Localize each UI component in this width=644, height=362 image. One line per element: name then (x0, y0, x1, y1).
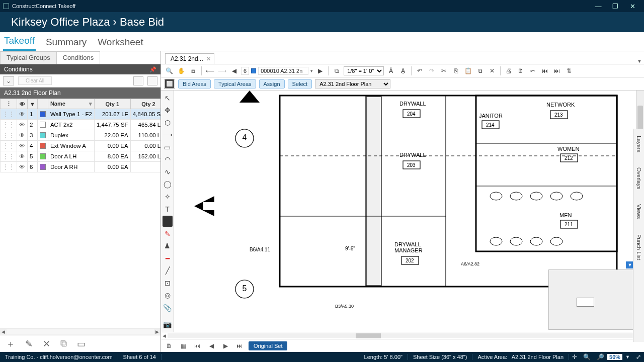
overview-minimap[interactable] (548, 269, 634, 330)
col-qty1[interactable]: Qty 1 (94, 99, 130, 109)
window-close-button[interactable]: ✕ (624, 0, 641, 12)
move-tool-icon[interactable]: ✥ (163, 105, 173, 116)
text-tool-icon[interactable]: T (163, 204, 173, 215)
table-row[interactable]: ⋮⋮👁5Door A LH8.00 EA152.00 LF (1, 151, 161, 162)
link-condition-button[interactable]: ▭ (77, 338, 86, 349)
copy-condition-button[interactable]: ⧉ (60, 338, 67, 349)
dimension-tool-icon[interactable]: ⟶ (163, 130, 173, 141)
vtab-overlays[interactable]: Overlays (636, 164, 642, 192)
nav-back-icon[interactable]: ⟵ (205, 66, 215, 76)
zoom-icon[interactable]: 🔍 (164, 66, 174, 76)
col-qty2[interactable]: Qty 2 (130, 99, 160, 109)
tab-conditions[interactable]: Conditions (56, 51, 100, 64)
window-minimize-button[interactable]: — (590, 0, 607, 12)
find-icon[interactable]: 🔲 (164, 79, 175, 89)
line-red-tool-icon[interactable]: ━ (163, 253, 173, 264)
skip-next-icon[interactable]: ⏭ (552, 66, 562, 76)
expand-toggle-icon[interactable]: ⌄ (3, 76, 14, 85)
flip-icon[interactable]: ⇅ (564, 66, 574, 76)
typical-areas-button[interactable]: Typical Areas (214, 79, 256, 88)
paste-icon[interactable]: 📋 (463, 66, 473, 76)
sheet-tab[interactable]: A2.31 2nd... ✕ (165, 53, 214, 64)
window-restore-button[interactable]: ❐ (607, 0, 624, 12)
sheet-tab-dropdown-icon[interactable]: ▼ (637, 58, 642, 64)
tab-worksheet[interactable]: Worksheet (97, 35, 144, 51)
page-number[interactable]: 6 (241, 67, 249, 75)
attach-tool-icon[interactable]: 📎 (163, 302, 173, 313)
redo-icon[interactable]: ↷ (427, 66, 437, 76)
copy-icon[interactable]: ⎘ (451, 66, 461, 76)
status-zoom-dropdown-icon[interactable]: ▼ (622, 354, 633, 359)
delete-condition-button[interactable]: ✕ (43, 338, 50, 349)
scale-select[interactable]: 1/8" = 1' 0" (344, 66, 384, 75)
ellipse-tool-icon[interactable]: ◯ (163, 179, 173, 190)
highlighter-tool-icon[interactable]: ✎ (163, 228, 173, 239)
vtab-punchlist[interactable]: Punch List (636, 231, 642, 263)
polyline-tool-icon[interactable]: ⬡ (163, 117, 173, 128)
stamp-tool-icon[interactable]: ♟ (163, 240, 173, 251)
curve-tool-icon[interactable]: ∿ (163, 166, 173, 177)
last-page-icon[interactable]: ⏭ (234, 341, 245, 351)
pin-icon[interactable]: 📌 (149, 66, 156, 73)
table-row[interactable]: ⋮⋮👁2ACT 2x21,447.75 SF465.84 LF (1, 120, 161, 130)
print-icon[interactable]: 🖨 (504, 66, 514, 76)
prev-page-icon[interactable]: ◀ (206, 341, 216, 351)
status-zoom-value[interactable]: 50% (607, 354, 622, 360)
page-next-icon[interactable]: ▶ (315, 66, 325, 76)
edit-condition-button[interactable]: ✎ (25, 338, 33, 349)
set-badge[interactable]: Original Set (249, 341, 287, 350)
tool-button-a[interactable] (133, 76, 143, 85)
tool-button-b[interactable] (147, 76, 157, 85)
assign-button[interactable]: Assign (259, 79, 285, 88)
status-zoom-in-icon[interactable]: 🔎 (594, 353, 607, 360)
tab-summary[interactable]: Summary (45, 35, 88, 51)
col-visibility[interactable]: 👁 (17, 99, 28, 109)
wand-tool-icon[interactable]: ✧ (163, 191, 173, 202)
arc-tool-icon[interactable]: ◠ (163, 154, 173, 165)
page-prev-icon[interactable]: ◀ (229, 66, 239, 76)
close-icon[interactable]: ✕ (206, 56, 211, 62)
cut-icon[interactable]: ✂ (439, 66, 449, 76)
fill-swatch-icon[interactable] (163, 216, 173, 227)
delete-icon[interactable]: ✕ (487, 66, 497, 76)
select-button[interactable]: Select (288, 79, 312, 88)
table-row[interactable]: ⋮⋮👁4Ext Window A0.00 EA0.00 LF (1, 141, 161, 151)
compare-icon[interactable]: ⧉ (332, 66, 342, 76)
conditions-hscroll[interactable]: ◀▶ (0, 328, 160, 335)
col-filter[interactable]: ▼ (28, 99, 38, 109)
rect-tool-icon[interactable]: ▭ (163, 142, 173, 153)
status-zoom-out-icon[interactable]: 🔍 (580, 353, 594, 360)
clear-all-button[interactable]: Clear All (18, 76, 52, 85)
first-page-icon[interactable]: ⏮ (192, 341, 202, 351)
page-label[interactable]: 000010 A2.31 2n (258, 67, 308, 75)
next-page-icon[interactable]: ▶ (220, 341, 230, 351)
duplicate-icon[interactable]: ⧉ (475, 66, 485, 76)
rotate-ccw-icon[interactable]: ⤺ (528, 66, 538, 76)
line-tool-icon[interactable]: ╱ (163, 265, 173, 276)
table-row[interactable]: ⋮⋮👁6Door A RH0.00 EA (1, 162, 161, 172)
pointer-tool-icon[interactable]: ↖ (163, 93, 173, 104)
target-tool-icon[interactable]: ◎ (163, 290, 173, 301)
plan-select[interactable]: A2.31 2nd Floor Plan (315, 79, 390, 88)
add-condition-button[interactable]: ＋ (6, 338, 15, 350)
sheet-icon[interactable]: 🗎 (164, 341, 174, 351)
measure-a-icon[interactable]: Ȧ (386, 66, 396, 76)
nav-fwd-icon[interactable]: ⟶ (217, 66, 227, 76)
export-icon[interactable]: 🗎 (516, 66, 526, 76)
bid-areas-button[interactable]: Bid Areas (178, 79, 211, 88)
skip-prev-icon[interactable]: ⏮ (540, 66, 550, 76)
undo-icon[interactable]: ↶ (415, 66, 425, 76)
table-row[interactable]: ⋮⋮👁3Duplex22.00 EA110.00 LF (1, 130, 161, 141)
snapshot-tool-icon[interactable]: 📷 (163, 319, 173, 330)
tab-takeoff[interactable]: Takeoff (3, 33, 36, 51)
vtab-layers[interactable]: Layers (636, 133, 642, 155)
sheets-grid-icon[interactable]: ▦ (178, 341, 188, 351)
pan-icon[interactable]: ✋ (176, 66, 186, 76)
plan-canvas[interactable]: 4 5 B6/A4.11 DRYWALL 204 DRYWALL 203 DRY… (174, 90, 636, 332)
col-name[interactable]: Name ▾ (48, 99, 94, 109)
status-crosshair-icon[interactable]: ✛ (569, 353, 580, 360)
status-fit-icon[interactable]: ⤢ (633, 353, 644, 360)
tab-typical-groups[interactable]: Typical Groups (0, 51, 57, 64)
measure-b-icon[interactable]: Ạ (398, 66, 408, 76)
table-row[interactable]: ⋮⋮👁1Wall Type 1 - F2201.67 LF4,840.05 SF (1, 109, 161, 120)
